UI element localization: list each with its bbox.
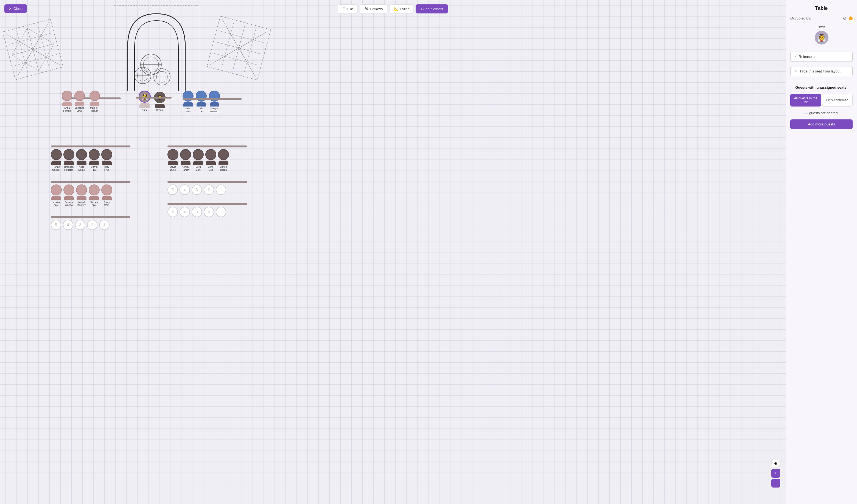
person-ronan[interactable]: RonanCooper: [51, 149, 62, 171]
r2-empty-2[interactable]: 2: [204, 184, 214, 195]
close-label: Close: [14, 6, 22, 11]
occupied-label: Occupied by:: [790, 16, 811, 20]
empty-seat-3[interactable]: 3: [75, 220, 85, 230]
release-seat-button[interactable]: × Release seat: [790, 52, 853, 62]
r3-empty-2[interactable]: 2: [204, 207, 214, 217]
r2-empty-1[interactable]: 1: [216, 184, 226, 195]
right-attendants: BestMan KitCarr GregorBenitez: [183, 90, 220, 113]
attendant-anna-name: AnnaFenton: [63, 106, 71, 113]
kit-carr[interactable]: KitCarr: [196, 90, 207, 113]
zoom-in-button[interactable]: +: [771, 469, 780, 478]
empty-seat-1[interactable]: 1: [99, 220, 110, 230]
add-element-label: + Add element: [420, 7, 443, 11]
ruler-button[interactable]: 📐 Ruler: [389, 4, 414, 14]
bride-figure[interactable]: 👰 Bride: [139, 90, 151, 112]
nav-controls: ⊕ + −: [771, 459, 780, 488]
file-button[interactable]: ☰ File: [338, 4, 358, 14]
left-attendants: AnnaFenton JohannaLowe Maid-of-honor: [62, 90, 102, 113]
svg-line-20: [217, 26, 261, 70]
filter-row: All guests in the list Only confirmed: [790, 94, 853, 106]
person-kitty[interactable]: KittyFrye: [101, 149, 112, 171]
attendant-anna[interactable]: AnnaFenton: [62, 90, 72, 113]
attendant-johanna-name: JohannaLowe: [75, 106, 85, 113]
right-row3-empty: 5 4 3 2 1: [167, 207, 247, 217]
groom-name: Groom: [156, 109, 164, 112]
hide-seat-label: Hide this seat from layout: [800, 69, 841, 73]
svg-line-22: [219, 31, 264, 43]
status-dot: [849, 16, 853, 20]
groom-figure[interactable]: 🤵 Groom: [154, 92, 166, 112]
hide-seat-button[interactable]: 👁 Hide this seat from layout: [790, 66, 853, 76]
svg-line-16: [33, 44, 60, 70]
svg-line-24: [221, 22, 234, 68]
add-element-button[interactable]: + Add element: [416, 4, 448, 14]
person-cora[interactable]: CoraBurt: [193, 149, 204, 171]
r2-empty-4[interactable]: 4: [180, 184, 190, 195]
svg-line-4: [13, 29, 53, 70]
release-seat-label: Release seat: [799, 55, 820, 59]
person-olivia[interactable]: OliviaDuke: [167, 149, 179, 171]
filter-confirmed-button[interactable]: Only confirmed: [822, 94, 853, 106]
left-pew: RonanCooper BrendenHouston AliceNeale Da…: [51, 146, 130, 230]
empty-seat-2[interactable]: 2: [87, 220, 98, 230]
best-man-name: BestMan: [186, 107, 190, 113]
r3-empty-3[interactable]: 3: [191, 207, 202, 217]
filter-all-button[interactable]: All guests in the list: [790, 94, 821, 106]
attendant-maid[interactable]: Maid-of-honor: [87, 90, 102, 113]
person-jonty[interactable]: JontyWills: [101, 184, 112, 207]
add-guests-button[interactable]: Add more guests: [790, 119, 853, 129]
best-man[interactable]: BestMan: [183, 90, 194, 113]
r3-empty-5[interactable]: 5: [167, 207, 178, 217]
r2-empty-3[interactable]: 3: [191, 184, 202, 195]
svg-point-36: [137, 70, 148, 81]
x-mark-icon: ×: [794, 55, 796, 59]
bride-label: Bride: [818, 25, 825, 29]
person-john[interactable]: JohnDoe: [205, 149, 216, 171]
empty-seat-4[interactable]: 4: [63, 220, 73, 230]
hotkeys-label: Hotkeys: [370, 7, 383, 11]
eye-icon: 👁: [794, 69, 798, 73]
right-pew: OliviaDuke AshleyHartley CoraBurt JohnDo…: [167, 146, 247, 217]
couple: 👰 Bride 🤵 Groom: [139, 90, 166, 112]
empty-seat-5[interactable]: 5: [51, 220, 61, 230]
ruler-label: Ruler: [400, 7, 409, 11]
r3-empty-4[interactable]: 4: [180, 207, 190, 217]
all-seated-text: All guests are seated.: [790, 111, 853, 115]
left-row3-empty: 5 4 3 2 1: [51, 220, 130, 230]
person-izabel[interactable]: IzabelBentley: [76, 184, 87, 207]
person-alice[interactable]: AliceNeale: [76, 149, 87, 171]
hotkeys-icon: ⌘: [365, 7, 368, 11]
svg-line-23: [213, 53, 258, 65]
svg-point-40: [156, 71, 167, 82]
zoom-out-button[interactable]: −: [771, 479, 780, 488]
person-simon[interactable]: SimonDoran: [218, 149, 229, 171]
compass-button[interactable]: ⊕: [771, 459, 780, 468]
right-row2-empty: 5 4 3 2 1: [167, 184, 247, 195]
svg-line-29: [233, 48, 261, 77]
r3-empty-1[interactable]: 1: [216, 207, 226, 217]
hotkeys-button[interactable]: ⌘ Hotkeys: [360, 4, 387, 14]
bride-name: Bride: [142, 109, 147, 112]
guests-title: Guests with unassigned seats:: [790, 85, 853, 89]
r2-empty-5[interactable]: 5: [167, 184, 178, 195]
svg-line-21: [217, 26, 261, 70]
svg-point-35: [135, 67, 151, 84]
person-kirstin[interactable]: KirstinFrye: [51, 184, 62, 207]
svg-rect-30: [114, 5, 199, 92]
attendant-johanna[interactable]: JohannaLowe: [74, 90, 85, 113]
person-darrel[interactable]: DarrelFrye: [89, 149, 100, 171]
person-ashley[interactable]: AshleyHartley: [180, 149, 191, 171]
svg-point-32: [143, 57, 159, 72]
person-michele[interactable]: MicheleFrye: [89, 184, 100, 207]
left-row1: RonanCooper BrendenHouston AliceNeale Da…: [51, 149, 130, 171]
close-button[interactable]: ✕ Close: [4, 4, 27, 13]
kit-carr-name: KitCarr: [199, 107, 204, 113]
svg-line-15: [12, 49, 39, 76]
person-jessica[interactable]: JessicaWanda: [63, 184, 74, 207]
ruler-icon: 📐: [394, 7, 399, 11]
gear-icon[interactable]: ⚙: [843, 16, 846, 21]
person-brenden[interactable]: BrendenHouston: [63, 149, 74, 171]
gregor-benitez[interactable]: GregorBenitez: [209, 90, 220, 113]
bride-avatar-container: Bride 👰: [790, 25, 853, 47]
svg-line-1: [12, 44, 54, 55]
